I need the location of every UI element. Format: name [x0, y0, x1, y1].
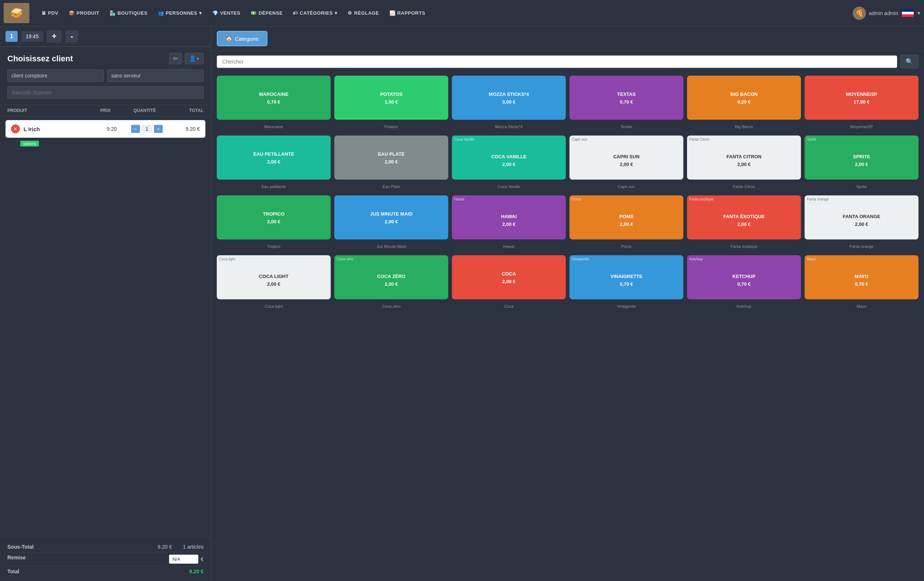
product-name: FANTA ORANGE	[842, 213, 882, 221]
client-section: Choisissez client ✏ 👤+ client comptoire …	[0, 47, 211, 105]
product-name: MAYO	[853, 273, 870, 280]
product-sublabel: Big Bacon	[687, 123, 801, 132]
nav-pdv[interactable]: 🖥 PDV	[37, 7, 63, 19]
product-card-label: Ketchup	[689, 257, 703, 261]
product-card-label: Coca Vanille	[454, 137, 474, 142]
product-card[interactable]: Coca light COCA LIGHT 2,00 €	[217, 255, 331, 299]
total-value: 9.20 €	[189, 568, 203, 574]
product-card[interactable]: Hawai HAWAI 2,00 €	[452, 195, 566, 239]
right-panel: 🏠 Categorie 🔍 MAROCAINE 0,70 € POTATOS 1…	[211, 26, 924, 581]
search-button[interactable]: 🔍	[900, 55, 919, 68]
product-card[interactable]: BIG BACON 9,20 €	[687, 76, 801, 120]
nav-rapports[interactable]: 📈 RAPPORTS	[385, 7, 430, 19]
product-price: 2,00 €	[384, 219, 398, 224]
product-card-label: Capri sun	[572, 137, 587, 142]
product-card[interactable]: Fanta orange FANTA ORANGE 2,00 €	[805, 195, 919, 239]
product-card[interactable]: Sprite SPRITE 2,00 €	[805, 135, 919, 179]
remove-item-button[interactable]: ✕	[11, 125, 20, 133]
server-select[interactable]: sans serveur	[107, 69, 203, 82]
product-name: COCA LIGHT	[257, 273, 290, 280]
remise-suffix: €	[201, 556, 203, 562]
product-card[interactable]: POTATOS 1,50 €	[334, 76, 448, 120]
product-card[interactable]: Fanta éxotique FANTA ÉXOTIQUE 2,00 €	[687, 195, 801, 239]
product-card[interactable]: JUS MINUTE MAID 2,00 €	[334, 195, 448, 239]
nav-boutiques[interactable]: 🏪 BOUTIQUES	[105, 7, 152, 19]
product-card[interactable]: Fanta Citron FANTA CITRON 2,00 €	[687, 135, 801, 179]
product-card-label: Fanta Citron	[689, 137, 710, 142]
product-card[interactable]: EAU PLATE 2,00 €	[334, 135, 448, 179]
dollar-icon: 💵	[251, 10, 257, 16]
nav-ventes[interactable]: 💎 VENTES	[208, 7, 245, 19]
product-name: EAU PETILLANTE	[252, 151, 295, 158]
nav-categories[interactable]: 🏷 CATÉGORIES ▾	[289, 7, 342, 19]
product-sublabel: Capri sun	[569, 183, 683, 192]
top-navigation: 🥪 🖥 PDV 📦 PRODUIT 🏪 BOUTIQUES 👥 PERSONNE…	[0, 0, 924, 26]
product-sublabel: Fanta orange	[805, 243, 919, 252]
product-card[interactable]: Coca Vanille COCA VANILLE 2,00 €	[452, 135, 566, 179]
product-card[interactable]: TEXTAS 0,70 €	[569, 76, 683, 120]
product-card[interactable]: Mayo MAYO 0,70 €	[805, 255, 919, 299]
category-button[interactable]: 🏠 Categorie	[217, 31, 267, 46]
order-table-header: PRODUIT PRIX QUANTITÉ TOTAL	[0, 105, 211, 117]
main-layout: 1 19:45 + - Choisissez client ✏ 👤+ clien…	[0, 26, 924, 581]
product-name: TEXTAS	[616, 91, 637, 98]
search-input[interactable]	[217, 56, 897, 68]
product-name: TROPICO	[261, 211, 286, 218]
language-flag[interactable]	[902, 9, 914, 17]
product-sublabel: Moyenne/2P	[805, 123, 919, 132]
col-header-produit: PRODUIT	[7, 108, 86, 113]
client-select[interactable]: client comptoire	[7, 69, 104, 82]
product-card[interactable]: Vinaigrette VINAIGRETTE 0,70 €	[569, 255, 683, 299]
product-sublabel: Mozza Sticks*4	[452, 123, 566, 132]
product-sublabel: Coca light	[217, 303, 331, 311]
client-dropdowns: client comptoire sans serveur	[7, 69, 203, 82]
remise-label: Remise	[7, 555, 26, 564]
product-sublabel: Eau petillante	[217, 183, 331, 192]
nav-reglage[interactable]: ⚙ RÉGLAGE	[343, 7, 383, 19]
product-price: 0,70 €	[738, 281, 751, 287]
product-price: 0,70 €	[267, 99, 280, 105]
item-price: 9.20	[94, 126, 129, 132]
qty-increase-button[interactable]: +	[154, 125, 163, 133]
product-sublabel: Coca Vanille	[452, 183, 566, 192]
add-client-button[interactable]: 👤+	[185, 53, 203, 64]
remise-input[interactable]	[169, 555, 198, 564]
product-card[interactable]: Poms POMS 2,00 €	[569, 195, 683, 239]
product-price: 2,00 €	[502, 161, 515, 167]
product-card[interactable]: MOZZA STICKS*4 3,00 €	[452, 76, 566, 120]
nav-depense[interactable]: 💵 DÉPENSE	[246, 7, 287, 19]
product-price: 2,00 €	[384, 281, 398, 287]
remove-order-button[interactable]: -	[65, 30, 78, 43]
flag-dropdown[interactable]: ▾	[917, 10, 920, 16]
product-card[interactable]: Ketchup KETCHUP 0,70 €	[687, 255, 801, 299]
product-name: COCA ZÉRO	[376, 273, 407, 280]
product-sublabel: Hawai	[452, 243, 566, 252]
add-order-button[interactable]: +	[47, 30, 62, 43]
product-card[interactable]: MOYENNE/2P 17,90 €	[805, 76, 919, 120]
col-header-total: TOTAL	[164, 108, 203, 113]
gear-icon: ⚙	[348, 10, 352, 16]
product-card[interactable]: TROPICO 2,00 €	[217, 195, 331, 239]
product-card[interactable]: EAU PETILLANTE 2,00 €	[217, 135, 331, 179]
barcode-input[interactable]	[7, 86, 203, 99]
edit-client-button[interactable]: ✏	[169, 53, 182, 64]
item-name: L Irich	[23, 126, 94, 132]
total-row: Total 9.20 €	[7, 566, 203, 577]
product-card[interactable]: MAROCAINE 0,70 €	[217, 76, 331, 120]
product-sublabel: Coca zéro	[334, 303, 448, 311]
product-sublabel: Vinaigrette	[569, 303, 683, 311]
product-card[interactable]: Coca zéro COCA ZÉRO 2,00 €	[334, 255, 448, 299]
product-sublabel: Eau Plate	[334, 183, 448, 192]
product-card[interactable]: COCA 2,00 €	[452, 255, 566, 299]
product-price: 2,00 €	[620, 221, 633, 227]
product-name: CAPRI SUN	[612, 153, 641, 160]
product-sublabel: Sprite	[805, 183, 919, 192]
product-price: 2,00 €	[855, 161, 868, 167]
product-card[interactable]: Capri sun CAPRI SUN 2,00 €	[569, 135, 683, 179]
nav-personnes[interactable]: 👥 PERSONNES ▾	[153, 7, 206, 19]
item-options-button[interactable]: options	[20, 141, 39, 146]
sous-total-label: Sous-Total	[7, 544, 33, 550]
product-price: 2,00 €	[384, 159, 398, 165]
nav-produit[interactable]: 📦 PRODUIT	[64, 7, 104, 19]
qty-decrease-button[interactable]: −	[131, 125, 140, 133]
